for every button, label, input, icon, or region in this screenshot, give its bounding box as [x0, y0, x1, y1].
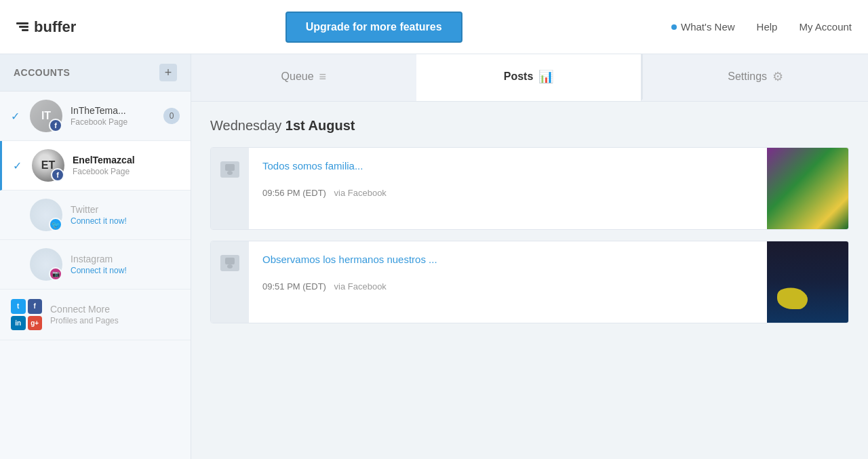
post-via-2: via Facebook [334, 281, 387, 292]
avatar-wrap-1: IT f [30, 100, 62, 132]
connect-more-sublabel: Profiles and Pages [50, 316, 180, 325]
platform-badge-instagram: 📷 [49, 267, 62, 281]
account-type-4: Connect it now! [71, 266, 180, 275]
post-body-1: Todos somos familia... 09:56 PM (EDT) vi… [249, 148, 767, 229]
image-placeholder-icon-1 [220, 161, 239, 178]
sidebar-accounts-label: Accounts [14, 67, 70, 78]
connect-more-item[interactable]: t f in g+ Connect More Profiles and Page… [0, 290, 191, 340]
whats-new-label: What's New [681, 21, 735, 33]
post-thumbnail-2 [767, 241, 848, 323]
post-thumbnail-1 [767, 148, 848, 229]
queue-icon: ≡ [319, 70, 327, 84]
upgrade-button[interactable]: Upgrade for more features [285, 12, 462, 43]
sidebar-item-account-4[interactable]: 📷 Instagram Connect it now! [0, 240, 191, 290]
tab-queue[interactable]: Queue ≡ [191, 54, 416, 101]
post-meta-1: 09:56 PM (EDT) via Facebook [262, 188, 753, 198]
logo[interactable]: buffer [16, 18, 76, 36]
avatar-wrap-2: ET f [32, 149, 64, 182]
date-value: 1st August [285, 118, 355, 133]
posts-icon: 📊 [538, 69, 553, 84]
sidebar-item-account-1[interactable]: ✓ IT f InTheTema... Facebook Page 0 [0, 92, 191, 141]
help-label: Help [757, 21, 778, 33]
account-name-1: InTheTema... [71, 105, 163, 116]
post-card-2: Observamos los hermanos nuestros ... 09:… [210, 241, 849, 323]
topnav: buffer Upgrade for more features What's … [0, 0, 868, 54]
date-heading: Wednesday 1st August [210, 118, 849, 134]
post-placeholder-1 [211, 148, 249, 229]
post-card-1: Todos somos familia... 09:56 PM (EDT) vi… [210, 147, 849, 230]
sidebar: Accounts + ✓ IT f InTheTema... Facebook … [0, 54, 191, 459]
topnav-center: Upgrade for more features [76, 12, 671, 43]
image-placeholder-icon-2 [220, 255, 239, 271]
check-icon-2: ✓ [13, 159, 29, 172]
post-image-1 [767, 148, 848, 229]
post-text-2: Observamos los hermanos nuestros ... [262, 252, 753, 268]
linkedin-icon-small: in [11, 316, 26, 331]
avatar-wrap-4: 📷 [30, 248, 62, 281]
posts-label: Posts [504, 71, 534, 83]
help-link[interactable]: Help [757, 21, 778, 33]
sidebar-item-account-3[interactable]: 🐦 Twitter Connect it now! [0, 191, 191, 240]
platform-badge-facebook-2: f [51, 168, 64, 182]
account-name-3: Twitter [71, 204, 180, 215]
add-account-button[interactable]: + [159, 64, 177, 81]
post-placeholder-2 [211, 241, 249, 323]
account-type-3: Connect it now! [71, 216, 180, 226]
settings-icon: ⚙ [772, 69, 783, 84]
account-info-4: Instagram Connect it now! [71, 254, 180, 275]
logo-text: buffer [34, 18, 76, 36]
twitter-icon-small: t [11, 299, 26, 314]
account-name-2: EnelTemazcal [73, 155, 180, 165]
account-type-2: Facebook Page [73, 167, 180, 176]
post-time-2: 09:51 PM (EDT) [262, 281, 326, 292]
gplus-icon-small: g+ [28, 316, 43, 331]
connect-more-icons: t f in g+ [11, 299, 42, 330]
queue-label: Queue [281, 71, 314, 83]
unread-badge-1: 0 [163, 108, 180, 124]
my-account-label: My Account [799, 21, 852, 33]
post-via-1: via Facebook [334, 188, 387, 198]
date-prefix: Wednesday [210, 118, 281, 133]
posts-area: Wednesday 1st August Todos somos familia… [191, 102, 868, 459]
layout: Accounts + ✓ IT f InTheTema... Facebook … [0, 54, 868, 459]
post-body-2: Observamos los hermanos nuestros ... 09:… [249, 241, 767, 323]
facebook-icon-small: f [28, 299, 43, 314]
connect-more-info: Connect More Profiles and Pages [50, 304, 180, 325]
post-meta-2: 09:51 PM (EDT) via Facebook [262, 281, 753, 292]
account-info-2: EnelTemazcal Facebook Page [73, 155, 180, 176]
connect-more-label: Connect More [50, 304, 180, 315]
account-info-1: InTheTema... Facebook Page [71, 105, 163, 127]
main-content: Queue ≡ Posts 📊 Settings ⚙ Wednesday 1st… [191, 54, 868, 459]
sidebar-header: Accounts + [0, 54, 191, 92]
buffer-logo-icon [16, 22, 28, 31]
whats-new-link[interactable]: What's New [671, 21, 735, 33]
tab-settings[interactable]: Settings ⚙ [641, 54, 868, 101]
account-name-4: Instagram [71, 254, 180, 264]
notification-dot [671, 24, 677, 30]
sidebar-item-account-2[interactable]: ✓ ET f EnelTemazcal Facebook Page [0, 141, 191, 191]
bird-silhouette [777, 285, 811, 309]
account-type-1: Facebook Page [71, 117, 163, 127]
account-info-3: Twitter Connect it now! [71, 204, 180, 226]
my-account-link[interactable]: My Account [799, 21, 852, 33]
post-image-2 [767, 241, 848, 323]
tabs: Queue ≡ Posts 📊 Settings ⚙ [191, 54, 868, 102]
platform-badge-twitter: 🐦 [49, 218, 62, 231]
topnav-right: What's New Help My Account [671, 21, 852, 33]
post-text-1: Todos somos familia... [262, 159, 753, 174]
tab-posts[interactable]: Posts 📊 [416, 54, 642, 101]
avatar-wrap-3: 🐦 [30, 199, 62, 231]
check-icon-1: ✓ [11, 110, 27, 123]
settings-label: Settings [728, 71, 767, 83]
post-time-1: 09:56 PM (EDT) [262, 188, 326, 198]
platform-badge-facebook-1: f [49, 119, 62, 132]
